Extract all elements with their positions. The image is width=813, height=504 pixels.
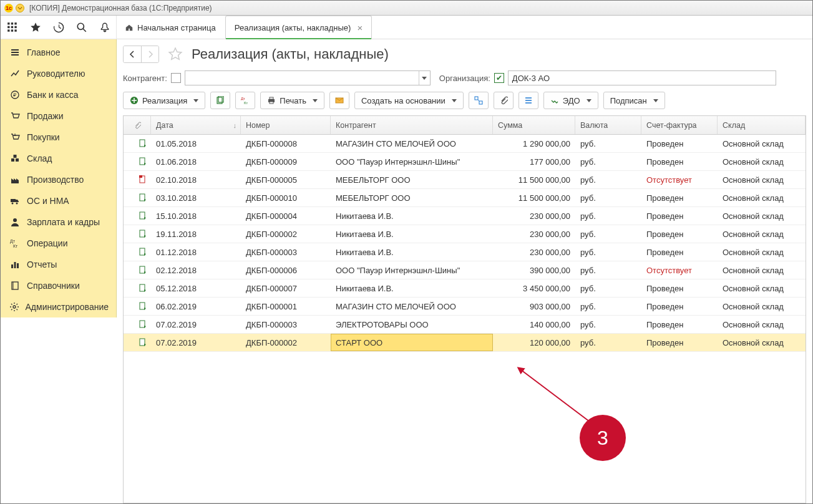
table-row[interactable]: 02.10.2018ДКБП-000005МЕБЕЛЬТОРГ ООО11 50… [124, 171, 806, 189]
svg-rect-37 [270, 97, 273, 99]
mail-button[interactable] [329, 92, 349, 109]
col-number[interactable]: Номер [241, 116, 331, 134]
svg-point-9 [77, 23, 84, 29]
sidebar-item-9[interactable]: ДтКтОперации [1, 233, 116, 254]
svg-rect-49 [139, 175, 142, 178]
sidebar-item-0[interactable]: Главное [1, 42, 116, 63]
cell-warehouse: Основной склад [718, 207, 806, 225]
table-row[interactable]: 03.10.2018ДКБП-000010МЕБЕЛЬТОРГ ООО11 50… [124, 189, 806, 207]
tab-active[interactable]: Реализация (акты, накладные) × [225, 16, 372, 39]
cell-date: 02.12.2018 [151, 261, 241, 279]
print-button[interactable]: Печать [260, 92, 324, 109]
table-row[interactable]: 07.02.2019ДКБП-000002СТАРТ ООО120 000,00… [124, 334, 806, 352]
col-contragent[interactable]: Контрагент [331, 116, 493, 134]
sidebar-item-4[interactable]: Покупки [1, 127, 116, 148]
table-row[interactable]: 15.10.2018ДКБП-000004Никитаева И.В.230 0… [124, 207, 806, 225]
filter-org-value: ДОК-3 АО [512, 74, 550, 83]
svg-rect-1 [11, 22, 12, 24]
sidebar-item-12[interactable]: Администрирование [1, 296, 116, 317]
realize-button[interactable]: Реализация [123, 92, 205, 109]
favorite-icon[interactable] [168, 47, 183, 62]
filter-org-input[interactable]: ДОК-3 АО [508, 70, 776, 85]
forward-button[interactable] [141, 46, 158, 62]
table-row[interactable]: 07.02.2019ДКБП-000003ЭЛЕКТРОТОВАРЫ ООО14… [124, 316, 806, 334]
cell-sum: 1 290 000,00 [493, 135, 575, 152]
filter-contr-input[interactable] [185, 70, 431, 85]
back-button[interactable] [124, 46, 141, 62]
cell-invoice: Проведен [641, 153, 718, 170]
table-row[interactable]: 01.12.2018ДКБП-000003Никитаева И.В.230 0… [124, 243, 806, 261]
cell-number: ДКБП-000002 [241, 225, 331, 243]
cell-currency: руб. [575, 243, 641, 261]
system-menu-icon[interactable] [16, 4, 24, 12]
svg-rect-7 [11, 29, 12, 31]
link-button[interactable] [469, 92, 489, 109]
grid-header: Дата Номер Контрагент Сумма Валюта Счет-… [124, 116, 806, 135]
sidebar-item-7[interactable]: ОС и НМА [1, 190, 116, 211]
sidebar-item-6[interactable]: Производство [1, 169, 116, 190]
chevron-down-icon[interactable] [419, 71, 430, 85]
cell-currency: руб. [575, 316, 641, 333]
svg-point-20 [12, 203, 14, 205]
sidebar-item-10[interactable]: Отчеты [1, 254, 116, 275]
copy-button[interactable] [210, 92, 230, 109]
col-date[interactable]: Дата [151, 116, 241, 134]
cell-sum: 140 000,00 [493, 316, 575, 333]
table-row[interactable]: 05.12.2018ДКБП-000007Никитаева И.В.3 450… [124, 279, 806, 298]
book-icon [8, 281, 22, 291]
svg-text:Дт: Дт [10, 239, 16, 244]
svg-rect-6 [7, 29, 9, 31]
sidebar-item-1[interactable]: Руководителю [1, 63, 116, 84]
cell-warehouse: Основной склад [718, 189, 806, 206]
history-icon[interactable] [47, 17, 70, 37]
create-based-label: Создать на основании [361, 96, 445, 105]
col-invoice[interactable]: Счет-фактура [641, 116, 718, 134]
sidebar-item-2[interactable]: ₽Банк и касса [1, 84, 116, 105]
sidebar-item-3[interactable]: Продажи [1, 105, 116, 127]
svg-rect-51 [140, 212, 145, 219]
sidebar-item-11[interactable]: Справочники [1, 275, 116, 296]
create-based-button[interactable]: Создать на основании [354, 92, 464, 109]
svg-line-10 [83, 29, 86, 32]
cell-sum: 390 000,00 [493, 261, 575, 279]
table-row[interactable]: 02.12.2018ДКБП-000006ООО "Пауэр Интернэш… [124, 261, 806, 279]
close-icon[interactable]: × [357, 23, 363, 32]
cell-warehouse: Основной склад [718, 225, 806, 243]
doc-status-icon [124, 261, 151, 279]
sidebar-item-label: Главное [27, 47, 61, 57]
filter-contr-checkbox[interactable] [171, 73, 181, 83]
col-sum[interactable]: Сумма [493, 116, 575, 134]
col-warehouse[interactable]: Склад [718, 116, 806, 134]
svg-rect-4 [11, 26, 12, 27]
table-row[interactable]: 01.05.2018ДКБП-000008МАГАЗИН СТО МЕЛОЧЕЙ… [124, 135, 806, 153]
table-row[interactable]: 06.02.2019ДКБП-000001МАГАЗИН СТО МЕЛОЧЕЙ… [124, 298, 806, 316]
filter-org-label: Организация: [439, 74, 490, 83]
svg-text:Дт: Дт [241, 97, 245, 100]
attach-icon[interactable] [494, 92, 514, 109]
col-currency[interactable]: Валюта [575, 116, 641, 134]
table-row[interactable]: 19.11.2018ДКБП-000002Никитаева И.В.230 0… [124, 225, 806, 243]
signed-button[interactable]: Подписан [603, 92, 665, 109]
cell-contragent: МЕБЕЛЬТОРГ ООО [331, 171, 493, 188]
filter-org-checkbox[interactable] [494, 73, 504, 83]
search-icon[interactable] [70, 17, 93, 37]
sidebar-item-8[interactable]: Зарплата и кадры [1, 211, 116, 233]
sidebar-item-5[interactable]: Склад [1, 148, 116, 169]
edo-label: ЭДО [563, 96, 580, 105]
cell-contragent: Никитаева И.В. [331, 207, 493, 225]
col-attachment[interactable] [124, 116, 151, 134]
tab-home[interactable]: Начальная страница [119, 16, 225, 39]
star-icon[interactable] [24, 17, 47, 37]
dtkt-button[interactable]: ДтКт [235, 92, 255, 109]
svg-rect-46 [140, 140, 145, 147]
table-row[interactable]: 01.06.2018ДКБП-000009ООО "Пауэр Интернэш… [124, 153, 806, 171]
list-icon[interactable] [518, 92, 538, 109]
svg-rect-40 [475, 97, 478, 100]
svg-rect-52 [140, 230, 145, 237]
grid-body[interactable]: 01.05.2018ДКБП-000008МАГАЗИН СТО МЕЛОЧЕЙ… [124, 135, 806, 503]
edo-button[interactable]: ЭДО [543, 92, 598, 109]
apps-icon[interactable] [1, 17, 24, 37]
cell-invoice: Проведен [641, 334, 718, 351]
bell-icon[interactable] [93, 17, 116, 37]
sidebar-item-label: Продажи [27, 111, 63, 121]
